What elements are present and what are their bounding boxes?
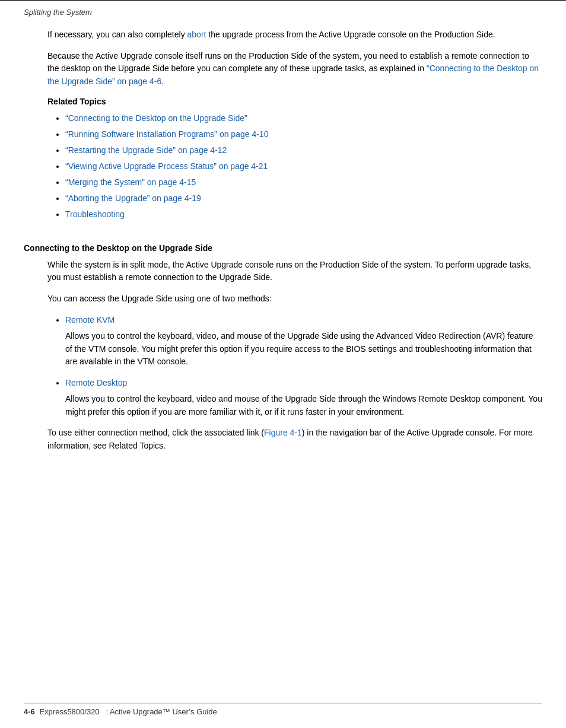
related-link-5[interactable]: “Merging the System” on page 4-15 — [65, 177, 196, 187]
related-topics-list: “Connecting to the Desktop on the Upgrad… — [47, 112, 542, 221]
remote-desktop-description: Allows you to control the keyboard, vide… — [65, 393, 542, 418]
top-border — [0, 0, 566, 1]
abort-link[interactable]: abort — [187, 30, 206, 39]
footer-text: 4-6 Express5800/320 : Active Upgrade™ Us… — [24, 707, 217, 716]
content-area: If necessary, you can also completely ab… — [0, 23, 566, 243]
list-item: “Viewing Active Upgrade Process Status” … — [65, 160, 542, 173]
section-heading-connecting: Connecting to the Desktop on the Upgrade… — [24, 243, 542, 253]
footer-area: 4-6 Express5800/320 : Active Upgrade™ Us… — [24, 703, 542, 716]
remote-kvm-link[interactable]: Remote KVM — [65, 315, 115, 325]
footer-page: 4-6 — [24, 707, 35, 716]
section-connecting-content: While the system is in split mode, the A… — [0, 259, 566, 453]
figure-4-1-link[interactable]: Figure 4-1 — [264, 428, 302, 437]
connecting-para-2: You can access the Upgrade Side using on… — [47, 293, 542, 306]
related-link-troubleshooting[interactable]: Troubleshooting — [65, 209, 125, 219]
related-topics-heading: Related Topics — [47, 97, 542, 106]
list-item-remote-desktop: Remote Desktop Allows you to control the… — [65, 377, 542, 418]
footer-doc-title: Express5800/320 : Active Upgrade™ User’s… — [39, 707, 217, 716]
related-link-6[interactable]: “Aborting the Upgrade” on page 4-19 — [65, 193, 201, 203]
list-item: “Running Software Installation Programs”… — [65, 128, 542, 141]
page-container: Splitting the System If necessary, you c… — [0, 0, 566, 728]
header-label: Splitting the System — [24, 8, 92, 17]
related-link-3[interactable]: “Restarting the Upgrade Side” on page 4-… — [65, 145, 227, 155]
connecting-para-1: While the system is in split mode, the A… — [47, 259, 542, 284]
remote-kvm-description: Allows you to control the keyboard, vide… — [65, 330, 542, 368]
list-item: “Aborting the Upgrade” on page 4-19 — [65, 192, 542, 205]
list-item: “Connecting to the Desktop on the Upgrad… — [65, 112, 542, 125]
related-link-4[interactable]: “Viewing Active Upgrade Process Status” … — [65, 161, 268, 171]
remote-desktop-link[interactable]: Remote Desktop — [65, 378, 127, 387]
connecting-link-intro[interactable]: “Connecting to the Desktop on the Upgrad… — [47, 63, 539, 86]
related-link-1[interactable]: “Connecting to the Desktop on the Upgrad… — [65, 113, 247, 123]
methods-list: Remote KVM Allows you to control the key… — [47, 314, 542, 418]
list-item-remote-kvm: Remote KVM Allows you to control the key… — [65, 314, 542, 368]
related-link-2[interactable]: “Running Software Installation Programs”… — [65, 129, 268, 139]
connecting-para-3: To use either connection method, click t… — [47, 427, 542, 452]
list-item: “Restarting the Upgrade Side” on page 4-… — [65, 144, 542, 157]
list-item: “Merging the System” on page 4-15 — [65, 176, 542, 189]
intro-paragraph-1: If necessary, you can also completely ab… — [47, 28, 542, 42]
list-item: Troubleshooting — [65, 208, 542, 221]
header-area: Splitting the System — [0, 4, 566, 23]
section-heading-container: Connecting to the Desktop on the Upgrade… — [0, 243, 566, 253]
intro-paragraph-2: Because the Active Upgrade console itsel… — [47, 50, 542, 88]
